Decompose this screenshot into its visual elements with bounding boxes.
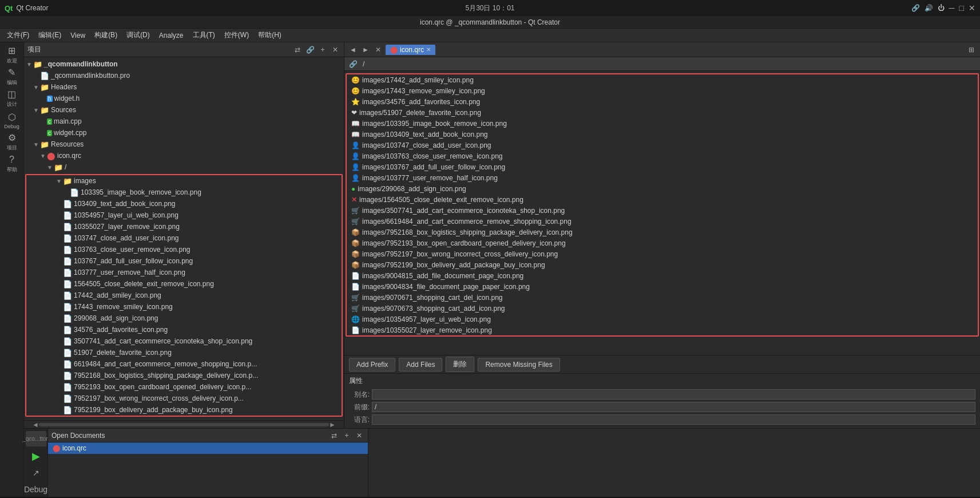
debug-run-button[interactable]: ▶	[26, 449, 46, 464]
tree-item-pro[interactable]: 📄 _qcommandlinkbutton.pro	[24, 70, 344, 81]
menu-debug[interactable]: 调试(D)	[122, 29, 154, 41]
menu-analyze[interactable]: Analyze	[154, 30, 188, 41]
add-prefix-button[interactable]: Add Prefix	[349, 358, 395, 371]
file-103747[interactable]: 📄 103747_close_add_user_icon.png	[26, 232, 342, 244]
sidebar-item-project[interactable]: ⚙ 项目	[2, 132, 22, 152]
scrollbar-thumb[interactable]	[39, 423, 329, 426]
file-entry-7952197[interactable]: 📦 images/7952197_box_wrong_incorrect_cro…	[347, 248, 978, 259]
tree-item-resources[interactable]: ▼ 📁 Resources	[24, 139, 344, 150]
file-103395[interactable]: 📄 103395_image_book_remove_icon.png	[26, 187, 342, 198]
file-34576[interactable]: 📄 34576_add_favorites_icon.png	[26, 324, 342, 335]
lang-input[interactable]	[372, 414, 975, 425]
file-entry-6619484[interactable]: 🛒 images/6619484_and_cart_ecommerce_remo…	[347, 216, 978, 227]
file-7952197[interactable]: 📄 7952197_box_wrong_incorrect_cross_deli…	[26, 393, 342, 404]
file-103777[interactable]: 📄 103777_user_remove_half_icon.png	[26, 267, 342, 278]
sidebar-item-design[interactable]: ◫ 设计	[2, 88, 22, 109]
sync-docs-icon[interactable]: ⇄	[329, 430, 339, 441]
file-entry-103763[interactable]: 👤 images/103763_close_user_remove_icon.p…	[347, 151, 978, 161]
file-entry-103767[interactable]: 👤 images/103767_add_full_user_follow_ico…	[347, 161, 978, 172]
scroll-left-icon[interactable]: ◄	[32, 421, 39, 429]
menu-help[interactable]: 帮助(H)	[253, 29, 286, 41]
close-panel-icon[interactable]: ✕	[330, 45, 340, 55]
file-entry-7952193[interactable]: 📦 images/7952193_box_open_cardboard_open…	[347, 238, 978, 248]
sidebar-item-welcome[interactable]: ⊞ 欢迎	[2, 45, 22, 65]
menu-file[interactable]: 文件(F)	[2, 29, 34, 41]
menu-view[interactable]: View	[66, 30, 90, 41]
sidebar-item-debug[interactable]: ⬡ Debug	[2, 110, 22, 131]
file-10355027[interactable]: 📄 10355027_layer_remove_icon.png	[26, 221, 342, 232]
menu-controls[interactable]: 控件(W)	[220, 29, 253, 41]
menu-edit[interactable]: 编辑(E)	[34, 29, 66, 41]
file-6619484[interactable]: 📄 6619484_and_cart_ecommerce_remove_shop…	[26, 358, 342, 370]
expand-panel-icon[interactable]: ⊞	[966, 45, 977, 55]
menu-tools[interactable]: 工具(T)	[188, 29, 220, 41]
nav-forward-icon[interactable]: ►	[360, 45, 371, 55]
file-entry-7952199[interactable]: 📦 images/7952199_box_delivery_add_packag…	[347, 259, 978, 270]
file-7952199[interactable]: 📄 7952199_box_delivery_add_package_buy_i…	[26, 404, 342, 416]
horizontal-scrollbar[interactable]: ◄ ►	[24, 420, 344, 428]
file-entry-9004815[interactable]: 📄 images/9004815_add_file_document_page_…	[347, 270, 978, 281]
file-51907[interactable]: 📄 51907_delete_favorite_icon.png	[26, 347, 342, 358]
file-entry-103409[interactable]: 📖 images/103409_text_add_book_icon.png	[347, 129, 978, 140]
add-doc-icon[interactable]: +	[342, 430, 352, 441]
delete-button[interactable]: 删除	[446, 357, 474, 372]
menu-build[interactable]: 构建(B)	[90, 29, 122, 41]
file-entry-9070671[interactable]: 🛒 images/9070671_shopping_cart_del_icon.…	[347, 292, 978, 303]
file-10354957[interactable]: 📄 10354957_layer_ui_web_icon.png	[26, 210, 342, 221]
file-103409[interactable]: 📄 103409_text_add_book_icon.png	[26, 198, 342, 210]
file-entry-34576[interactable]: ⭐ images/34576_add_favorites_icon.png	[347, 96, 978, 107]
file-entry-10355027[interactable]: 📄 images/10355027_layer_remove_icon.png	[347, 325, 978, 335]
scroll-right-icon[interactable]: ►	[329, 421, 336, 429]
file-entry-103395[interactable]: 📖 images/103395_image_book_remove_icon.p…	[347, 118, 978, 129]
tree-item-slash[interactable]: ▼ 📁 /	[24, 161, 344, 173]
tree-item-root[interactable]: ▼ 📁 _qcommandlinkbutton	[24, 58, 344, 70]
alias-input[interactable]	[372, 389, 975, 400]
file-entry-7952168[interactable]: 📦 images/7952168_box_logistics_shipping_…	[347, 227, 978, 238]
prefix-input[interactable]	[372, 402, 975, 412]
tree-item-main-cpp[interactable]: c main.cpp	[24, 116, 344, 127]
sync-icon[interactable]: ⇄	[292, 45, 303, 55]
tree-item-icon-qrc[interactable]: ▼ ⬤ icon.qrc	[24, 150, 344, 161]
file-entry-17443[interactable]: 😊 images/17443_remove_smiley_icon.png	[347, 85, 978, 96]
doc-item-icon-qrc[interactable]: ⬤ icon.qrc	[48, 442, 368, 454]
file-1564505[interactable]: 📄 1564505_close_delete_exit_remove_icon.…	[26, 278, 342, 290]
project-tree[interactable]: ▼ 📁 _qcommandlinkbutton 📄 _qcommandlinkb…	[24, 57, 344, 420]
file-entry-9070673[interactable]: 🛒 images/9070673_shopping_cart_add_icon.…	[347, 303, 978, 314]
editor-sync-icon[interactable]: 🔗	[348, 59, 358, 69]
tree-item-sources[interactable]: ▼ 📁 Sources	[24, 104, 344, 116]
close-button[interactable]: ✕	[969, 3, 975, 13]
file-7952193[interactable]: 📄 7952193_box_open_cardboard_opened_deli…	[26, 381, 342, 393]
tree-item-images-folder[interactable]: ▼ 📁 images	[26, 175, 342, 187]
file-17442[interactable]: 📄 17442_add_smiley_icon.png	[26, 290, 342, 301]
sidebar-item-edit[interactable]: ✎ 编辑	[2, 66, 22, 87]
sidebar-item-help[interactable]: ? 帮助	[2, 153, 22, 174]
debug-arrow-button[interactable]: Debug	[26, 481, 46, 497]
file-103767[interactable]: 📄 103767_add_full_user_follow_icon.png	[26, 255, 342, 267]
file-entry-103777[interactable]: 👤 images/103777_user_remove_half_icon.pn…	[347, 172, 978, 183]
file-entry-17442[interactable]: 😊 images/17442_add_smiley_icon.png	[347, 74, 978, 85]
file-entry-51907[interactable]: ❤ images/51907_delete_favorite_icon.png	[347, 107, 978, 118]
file-list-area[interactable]: 😊 images/17442_add_smiley_icon.png 😊 ima…	[344, 71, 980, 355]
file-entry-10354957[interactable]: 🌐 images/10354957_layer_ui_web_icon.png	[347, 314, 978, 325]
file-entry-3507741[interactable]: 🛒 images/3507741_add_cart_ecommerce_icon…	[347, 205, 978, 216]
tree-item-widget-cpp[interactable]: c widget.cpp	[24, 127, 344, 139]
file-103763[interactable]: 📄 103763_close_user_remove_icon.png	[26, 244, 342, 255]
debug-step-button[interactable]: ↗	[26, 465, 46, 481]
tab-icon-qrc[interactable]: ⬤ icon.qrc ✕	[386, 45, 435, 55]
link-icon[interactable]: 🔗	[305, 45, 315, 55]
file-entry-103747[interactable]: 👤 images/103747_close_add_user_icon.png	[347, 140, 978, 151]
tab-close-icon[interactable]: ✕	[426, 46, 431, 53]
thumbnail-preview[interactable]: _qco...tton	[26, 431, 46, 446]
file-17443[interactable]: 📄 17443_remove_smiley_icon.png	[26, 301, 342, 313]
file-entry-1564505[interactable]: ✕ images/1564505_close_delete_exit_remov…	[347, 194, 978, 205]
file-3507741[interactable]: 📄 3507741_add_cart_ecommerce_iconoteka_s…	[26, 335, 342, 347]
file-299068[interactable]: 📄 299068_add_sign_icon.png	[26, 313, 342, 324]
remove-missing-files-button[interactable]: Remove Missing Files	[478, 358, 560, 371]
maximize-button[interactable]: □	[959, 3, 964, 13]
minimize-button[interactable]: ─	[949, 3, 955, 13]
file-7952168[interactable]: 📄 7952168_box_logistics_shipping_package…	[26, 370, 342, 381]
tree-item-widget-h[interactable]: h widget.h	[24, 93, 344, 104]
file-entry-9004834[interactable]: 📄 images/9004834_file_document_page_pape…	[347, 281, 978, 292]
add-panel-icon[interactable]: +	[318, 45, 328, 55]
tree-item-headers[interactable]: ▼ 📁 Headers	[24, 81, 344, 93]
